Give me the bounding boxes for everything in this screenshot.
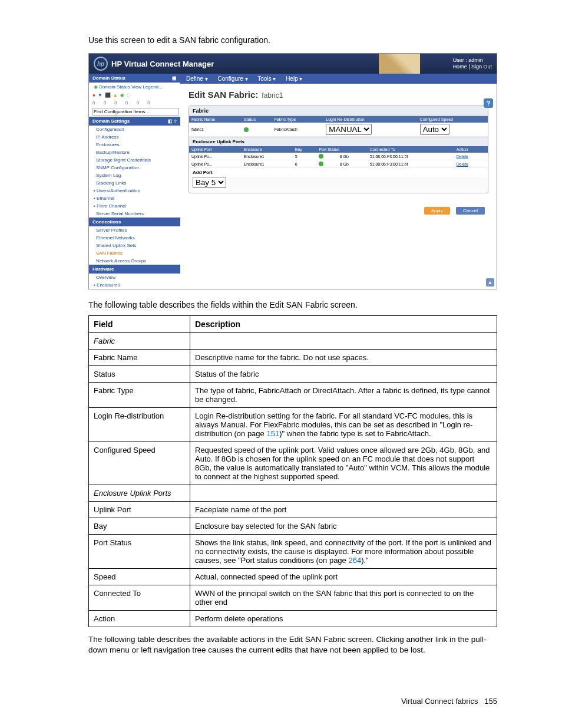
fabric-name-input[interactable]: fabric1 — [191, 127, 204, 131]
table-row: Fabric — [89, 333, 497, 350]
menu-help[interactable]: Help ▾ — [286, 75, 302, 82]
fabric-row: fabric1 FabricAttach MANUAL Auto — [189, 123, 488, 137]
menu-configure[interactable]: Configure ▾ — [217, 75, 247, 82]
nav-item[interactable]: IP Address — [89, 133, 180, 141]
nav-item[interactable]: Enclosures — [89, 141, 180, 149]
table-row: SpeedActual, connected speed of the upli… — [89, 569, 497, 585]
nav-item[interactable]: Ethernet Networks — [89, 234, 180, 242]
status-ok-icon — [244, 127, 249, 132]
nav-domain-settings: Domain Settings◧ ? — [89, 117, 180, 126]
app-title: HP Virtual Connect Manager — [111, 60, 214, 68]
nav-status-counts: 0 0 0 0 0 0 — [89, 99, 180, 107]
page-footer: Virtual Connect fabrics 155 — [88, 697, 497, 706]
nav-item[interactable]: ▪ Ethernet — [89, 195, 180, 202]
uplink-header: Enclosure Uplink Ports — [189, 137, 488, 146]
fields-table: FieldDescription FabricFabric NameDescri… — [88, 315, 497, 627]
bottom-note: The following table describes the availa… — [88, 634, 497, 655]
nav-item[interactable]: Configuration — [89, 126, 180, 133]
delete-link[interactable]: Delete — [457, 162, 468, 166]
nav-item[interactable]: Server Serial Numbers — [89, 210, 180, 218]
table-row: StatusStatus of the fabric — [89, 366, 497, 383]
col-field: Field — [89, 316, 190, 333]
nav-item[interactable]: Shared Uplink Sets — [89, 242, 180, 249]
table-row: Enclosure Uplink Ports — [89, 485, 497, 502]
table-row: Port StatusShows the link status, link s… — [89, 535, 497, 569]
nav-connections: Connections — [89, 218, 180, 226]
fabric-table: Fabric NameStatusFabric TypeLogin Re-Dis… — [189, 116, 488, 137]
status-ok-icon — [319, 162, 323, 166]
main-panel: Define ▾ Configure ▾ Tools ▾ Help ▾ Edit… — [180, 74, 497, 289]
nav-item[interactable]: System Log — [89, 172, 180, 179]
scroll-top-icon[interactable]: ▲ — [486, 278, 494, 286]
nav-item[interactable]: Server Profiles — [89, 226, 180, 234]
uplink-row: Uplink Po...Enclosure168 Gb51:08:06:F3:0… — [189, 160, 488, 168]
app-screenshot: hp HP Virtual Connect Manager User : adm… — [88, 53, 497, 289]
fabric-panel: Fabric Fabric NameStatusFabric TypeLogin… — [189, 106, 488, 193]
main-menu[interactable]: Define ▾ Configure ▾ Tools ▾ Help ▾ — [180, 74, 497, 84]
add-port-select[interactable]: Bay 5 — [193, 177, 226, 188]
nav-item[interactable]: ▪ Enclosure1 — [89, 281, 180, 289]
table-row: Fabric TypeThe type of fabric, FabricAtt… — [89, 383, 497, 408]
status-ok-icon — [319, 154, 323, 159]
app-header: hp HP Virtual Connect Manager User : adm… — [89, 54, 497, 74]
delete-link[interactable]: Delete — [457, 154, 468, 159]
hp-logo-icon: hp — [94, 57, 108, 71]
cancel-button[interactable]: Cancel — [456, 207, 485, 215]
table-row: Fabric NameDescriptive name for the fabr… — [89, 350, 497, 366]
nav-item[interactable]: ▪ Users/Authentication — [89, 187, 180, 195]
table-row: BayEnclosure bay selected for the SAN fa… — [89, 518, 497, 535]
col-description: Description — [190, 316, 497, 333]
table-row: Login Re-distributionLogin Re-distributi… — [89, 408, 497, 442]
fabric-panel-header: Fabric — [189, 106, 488, 116]
nav-view-legend[interactable]: ◉ Domain Status View Legend... — [89, 83, 180, 91]
uplink-row: Uplink Po...Enclosure158 Gb51:08:06:F3:0… — [189, 153, 488, 160]
table-row: Configured SpeedRequested speed of the u… — [89, 442, 497, 485]
menu-tools[interactable]: Tools ▾ — [257, 75, 276, 82]
user-info[interactable]: User : admin Home | Sign Out — [453, 57, 492, 70]
nav-item[interactable]: Overview — [89, 274, 180, 281]
menu-define[interactable]: Define ▾ — [186, 75, 208, 82]
table-row: Connected ToWWN of the principal switch … — [89, 585, 497, 611]
table-intro: The following table describes the fields… — [88, 300, 497, 309]
user-line1: User : admin — [453, 57, 483, 63]
nav-domain-status: Domain Status▣ — [89, 74, 180, 83]
table-row: Uplink PortFaceplate name of the port — [89, 502, 497, 518]
login-select[interactable]: MANUAL — [326, 124, 372, 135]
nav-san-fabrics[interactable]: SAN Fabrics — [89, 249, 180, 257]
nav-find[interactable] — [92, 108, 177, 116]
user-line2[interactable]: Home | Sign Out — [453, 64, 492, 70]
nav-item[interactable]: Storage Mgmt Credentials — [89, 156, 180, 164]
help-icon[interactable]: ? — [484, 98, 493, 108]
page-title: Edit SAN Fabric:fabric1 — [180, 84, 497, 106]
nav-item[interactable]: ▪ Fibre Channel — [89, 202, 180, 210]
nav-item[interactable]: Stacking Links — [89, 179, 180, 187]
nav-status-icons: ●▼⬛▲◉◌ — [89, 91, 180, 99]
intro-text: Use this screen to edit a SAN fabric con… — [88, 35, 497, 45]
nav-item[interactable]: SNMP Configuration — [89, 164, 180, 172]
sidebar: Domain Status▣ ◉ Domain Status View Lege… — [89, 74, 180, 289]
apply-button[interactable]: Apply — [424, 207, 450, 215]
nav-hardware: Hardware — [89, 265, 180, 274]
speed-select[interactable]: Auto — [420, 124, 449, 135]
uplink-table: Uplink PortEnclosureBayPort StatusConnec… — [189, 146, 488, 168]
table-row: ActionPerform delete operations — [89, 611, 497, 627]
nav-item[interactable]: Backup/Restore — [89, 149, 180, 156]
header-decoration — [379, 54, 420, 74]
nav-item[interactable]: Network Access Groups — [89, 257, 180, 265]
add-port-label: Add Port — [189, 168, 488, 177]
